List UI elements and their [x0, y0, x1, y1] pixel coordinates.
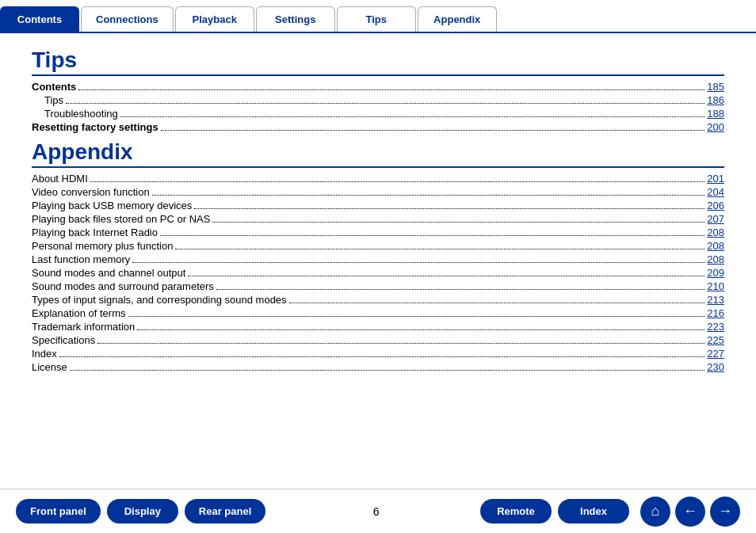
list-item: Playing back Internet Radio208 — [32, 227, 724, 238]
toc-label: About HDMI — [32, 173, 88, 185]
toc-page[interactable]: 209 — [707, 267, 724, 279]
list-item: Tips186 — [32, 94, 724, 106]
toc-page[interactable]: 186 — [707, 94, 724, 106]
remote-button[interactable]: Remote — [480, 499, 552, 523]
toc-label: Trademark information — [32, 321, 135, 333]
list-item: Trademark information223 — [32, 321, 724, 333]
tab-tips[interactable]: Tips — [337, 6, 416, 32]
toc-page[interactable]: 204 — [707, 186, 724, 198]
top-nav: Contents Connections Playback Settings T… — [0, 0, 756, 33]
toc-dots — [175, 249, 704, 249]
toc-page[interactable]: 201 — [707, 173, 724, 185]
toc-label: Specifications — [32, 334, 95, 346]
toc-label: Resetting factory settings — [32, 121, 158, 133]
toc-label: Video conversion function — [32, 186, 150, 198]
back-icon: ← — [683, 503, 697, 520]
list-item: Contents185 — [32, 81, 724, 93]
toc-page[interactable]: 200 — [707, 121, 724, 133]
tab-playback[interactable]: Playback — [175, 6, 254, 32]
list-item: Sound modes and surround parameters210 — [32, 280, 724, 292]
tab-contents[interactable]: Contents — [0, 6, 79, 32]
toc-label: Personal memory plus function — [32, 240, 173, 252]
appendix-toc-list: About HDMI201Video conversion function20… — [32, 173, 724, 373]
toc-label: Sound modes and channel output — [32, 267, 185, 279]
toc-label: License — [32, 361, 67, 373]
toc-label: Types of input signals, and correspondin… — [32, 294, 287, 306]
home-button[interactable]: ⌂ — [640, 497, 670, 527]
toc-label: Last function memory — [32, 253, 130, 265]
toc-page[interactable]: 216 — [707, 307, 724, 319]
list-item: Last function memory208 — [32, 253, 724, 265]
toc-page[interactable]: 208 — [707, 253, 724, 265]
toc-dots — [212, 222, 704, 223]
toc-dots — [289, 303, 705, 303]
tips-toc-list: Contents185Tips186Troubleshooting188Rese… — [32, 81, 724, 133]
toc-dots — [90, 181, 704, 182]
tips-section-title: Tips — [32, 48, 724, 76]
page-number: 6 — [272, 505, 480, 518]
forward-icon: → — [718, 503, 732, 520]
toc-page[interactable]: 230 — [707, 361, 724, 373]
toc-dots — [66, 103, 704, 104]
list-item: Playing back USB memory devices206 — [32, 200, 724, 211]
toc-dots — [152, 195, 705, 196]
main-content: Tips Contents185Tips186Troubleshooting18… — [0, 33, 756, 489]
list-item: Resetting factory settings200 — [32, 121, 724, 133]
tab-connections[interactable]: Connections — [81, 6, 174, 32]
toc-label: Index — [32, 348, 57, 360]
toc-label: Troubleshooting — [44, 108, 118, 120]
toc-page[interactable]: 225 — [707, 334, 724, 346]
forward-button[interactable]: → — [710, 497, 740, 527]
toc-page[interactable]: 227 — [707, 348, 724, 360]
list-item: License230 — [32, 361, 724, 373]
list-item: Specifications225 — [32, 334, 724, 346]
back-button[interactable]: ← — [675, 497, 705, 527]
bottom-nav: Front panel Display Rear panel 6 Remote … — [0, 489, 756, 533]
list-item: Troubleshooting188 — [32, 108, 724, 120]
front-panel-button[interactable]: Front panel — [16, 499, 101, 523]
list-item: About HDMI201 — [32, 173, 724, 185]
toc-page[interactable]: 223 — [707, 321, 724, 333]
toc-page[interactable]: 206 — [707, 200, 724, 211]
toc-label: Contents — [32, 81, 76, 93]
list-item: Playing back files stored on PC or NAS20… — [32, 213, 724, 225]
toc-label: Playing back files stored on PC or NAS — [32, 213, 210, 225]
toc-label: Tips — [44, 94, 63, 106]
list-item: Video conversion function204 — [32, 186, 724, 198]
toc-dots — [59, 356, 704, 357]
toc-page[interactable]: 208 — [707, 240, 724, 252]
toc-dots — [97, 343, 704, 344]
toc-dots — [128, 316, 705, 317]
toc-page[interactable]: 208 — [707, 227, 724, 238]
list-item: Index227 — [32, 348, 724, 360]
toc-dots — [188, 276, 704, 276]
list-item: Explanation of terms216 — [32, 307, 724, 319]
toc-label: Playing back Internet Radio — [32, 227, 158, 238]
list-item: Types of input signals, and correspondin… — [32, 294, 724, 306]
toc-page[interactable]: 188 — [707, 108, 724, 120]
toc-dots — [194, 208, 704, 209]
home-icon: ⌂ — [651, 503, 660, 520]
toc-dots — [216, 289, 704, 290]
toc-label: Explanation of terms — [32, 307, 126, 319]
toc-page[interactable]: 207 — [707, 213, 724, 225]
toc-dots — [132, 262, 704, 263]
index-button[interactable]: Index — [558, 499, 629, 523]
list-item: Sound modes and channel output209 — [32, 267, 724, 279]
toc-label: Playing back USB memory devices — [32, 200, 192, 211]
rear-panel-button[interactable]: Rear panel — [185, 499, 265, 523]
toc-dots — [120, 116, 705, 117]
tab-appendix[interactable]: Appendix — [418, 6, 497, 32]
toc-page[interactable]: 213 — [707, 294, 724, 306]
appendix-section-title: Appendix — [32, 139, 724, 168]
tab-settings[interactable]: Settings — [256, 6, 335, 32]
toc-dots — [70, 370, 704, 371]
toc-dots — [78, 89, 704, 90]
toc-label: Sound modes and surround parameters — [32, 280, 214, 292]
toc-page[interactable]: 210 — [707, 280, 724, 292]
toc-dots — [137, 329, 704, 330]
toc-dots — [160, 235, 704, 236]
toc-dots — [161, 130, 705, 131]
display-button[interactable]: Display — [107, 499, 178, 523]
toc-page[interactable]: 185 — [707, 81, 724, 93]
